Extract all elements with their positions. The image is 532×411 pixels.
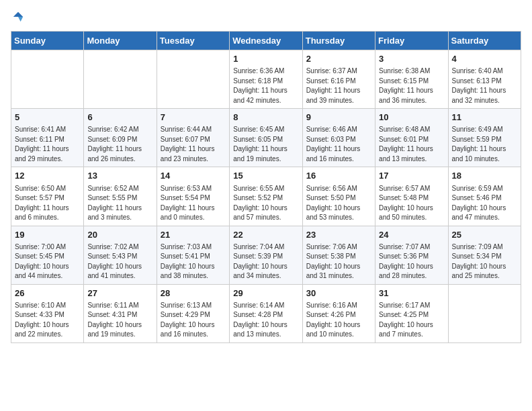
day-number: 10 — [379, 111, 444, 124]
day-info: Sunrise: 6:17 AM Sunset: 4:25 PM Dayligh… — [379, 301, 444, 340]
calendar-day-21: 21Sunrise: 7:03 AM Sunset: 5:41 PM Dayli… — [157, 226, 229, 284]
day-info: Sunrise: 7:06 AM Sunset: 5:38 PM Dayligh… — [306, 242, 371, 281]
calendar-day-31: 31Sunrise: 6:17 AM Sunset: 4:25 PM Dayli… — [375, 284, 448, 342]
svg-marker-1 — [18, 17, 23, 21]
day-number: 6 — [87, 111, 152, 124]
calendar-table: SundayMondayTuesdayWednesdayThursdayFrid… — [11, 31, 521, 343]
day-info: Sunrise: 7:00 AM Sunset: 5:45 PM Dayligh… — [15, 242, 80, 281]
day-info: Sunrise: 6:41 AM Sunset: 6:11 PM Dayligh… — [15, 125, 80, 164]
day-number: 26 — [15, 287, 80, 300]
day-info: Sunrise: 6:16 AM Sunset: 4:26 PM Dayligh… — [306, 301, 371, 340]
day-number: 7 — [161, 111, 226, 124]
day-info: Sunrise: 6:48 AM Sunset: 6:01 PM Dayligh… — [379, 125, 444, 164]
calendar-day-15: 15Sunrise: 6:55 AM Sunset: 5:52 PM Dayli… — [230, 167, 302, 226]
calendar-empty-cell — [448, 284, 521, 342]
day-info: Sunrise: 6:46 AM Sunset: 6:03 PM Dayligh… — [306, 125, 371, 164]
day-number: 11 — [452, 111, 517, 124]
day-number: 8 — [233, 111, 298, 124]
day-info: Sunrise: 6:36 AM Sunset: 6:18 PM Dayligh… — [233, 66, 298, 105]
day-number: 30 — [306, 287, 371, 300]
day-number: 14 — [161, 170, 226, 182]
day-number: 13 — [87, 170, 152, 182]
day-number: 5 — [15, 111, 80, 124]
day-info: Sunrise: 7:07 AM Sunset: 5:36 PM Dayligh… — [379, 242, 444, 281]
calendar-day-9: 9Sunrise: 6:46 AM Sunset: 6:03 PM Daylig… — [302, 109, 375, 167]
calendar-week-row: 5Sunrise: 6:41 AM Sunset: 6:11 PM Daylig… — [11, 109, 521, 167]
calendar-empty-cell — [11, 50, 84, 109]
day-info: Sunrise: 6:59 AM Sunset: 5:46 PM Dayligh… — [452, 184, 517, 223]
calendar-day-30: 30Sunrise: 6:16 AM Sunset: 4:26 PM Dayli… — [302, 284, 375, 342]
day-number: 22 — [233, 229, 298, 241]
day-header-wednesday: Wednesday — [230, 32, 302, 50]
logo-icon — [12, 11, 24, 23]
calendar-week-row: 1Sunrise: 6:36 AM Sunset: 6:18 PM Daylig… — [11, 50, 521, 109]
calendar-day-10: 10Sunrise: 6:48 AM Sunset: 6:01 PM Dayli… — [375, 109, 448, 167]
day-info: Sunrise: 6:14 AM Sunset: 4:28 PM Dayligh… — [233, 301, 298, 340]
calendar-day-8: 8Sunrise: 6:45 AM Sunset: 6:05 PM Daylig… — [230, 109, 302, 167]
day-header-saturday: Saturday — [448, 32, 521, 50]
day-info: Sunrise: 6:57 AM Sunset: 5:48 PM Dayligh… — [379, 184, 444, 223]
day-number: 12 — [15, 170, 80, 182]
calendar-empty-cell — [84, 50, 157, 109]
day-info: Sunrise: 6:10 AM Sunset: 4:33 PM Dayligh… — [15, 301, 80, 340]
calendar-day-25: 25Sunrise: 7:09 AM Sunset: 5:34 PM Dayli… — [448, 226, 521, 284]
calendar-header-row: SundayMondayTuesdayWednesdayThursdayFrid… — [11, 32, 521, 50]
svg-marker-0 — [13, 12, 23, 17]
day-number: 3 — [379, 53, 444, 65]
day-info: Sunrise: 6:49 AM Sunset: 5:59 PM Dayligh… — [452, 125, 517, 164]
day-header-thursday: Thursday — [302, 32, 375, 50]
calendar-day-20: 20Sunrise: 7:02 AM Sunset: 5:43 PM Dayli… — [84, 226, 157, 284]
calendar-body: 1Sunrise: 6:36 AM Sunset: 6:18 PM Daylig… — [11, 50, 521, 343]
day-number: 18 — [452, 170, 517, 182]
day-info: Sunrise: 6:42 AM Sunset: 6:09 PM Dayligh… — [87, 125, 152, 164]
day-number: 23 — [306, 229, 371, 241]
day-number: 24 — [379, 229, 444, 241]
day-number: 31 — [379, 287, 444, 300]
day-number: 29 — [233, 287, 298, 300]
calendar-day-23: 23Sunrise: 7:06 AM Sunset: 5:38 PM Dayli… — [302, 226, 375, 284]
calendar-day-6: 6Sunrise: 6:42 AM Sunset: 6:09 PM Daylig… — [84, 109, 157, 167]
day-info: Sunrise: 7:02 AM Sunset: 5:43 PM Dayligh… — [87, 242, 152, 281]
day-header-friday: Friday — [375, 32, 448, 50]
day-info: Sunrise: 7:09 AM Sunset: 5:34 PM Dayligh… — [452, 242, 517, 281]
day-info: Sunrise: 7:04 AM Sunset: 5:39 PM Dayligh… — [233, 242, 298, 281]
day-number: 9 — [306, 111, 371, 124]
day-info: Sunrise: 6:11 AM Sunset: 4:31 PM Dayligh… — [87, 301, 152, 340]
calendar-day-17: 17Sunrise: 6:57 AM Sunset: 5:48 PM Dayli… — [375, 167, 448, 226]
day-number: 20 — [87, 229, 152, 241]
day-header-tuesday: Tuesday — [157, 32, 229, 50]
day-info: Sunrise: 6:50 AM Sunset: 5:57 PM Dayligh… — [15, 184, 80, 223]
day-info: Sunrise: 6:53 AM Sunset: 5:54 PM Dayligh… — [161, 184, 226, 223]
day-info: Sunrise: 6:44 AM Sunset: 6:07 PM Dayligh… — [161, 125, 226, 164]
calendar-day-18: 18Sunrise: 6:59 AM Sunset: 5:46 PM Dayli… — [448, 167, 521, 226]
day-info: Sunrise: 6:55 AM Sunset: 5:52 PM Dayligh… — [233, 184, 298, 223]
calendar-day-14: 14Sunrise: 6:53 AM Sunset: 5:54 PM Dayli… — [157, 167, 229, 226]
day-info: Sunrise: 6:13 AM Sunset: 4:29 PM Dayligh… — [161, 301, 226, 340]
calendar-day-24: 24Sunrise: 7:07 AM Sunset: 5:36 PM Dayli… — [375, 226, 448, 284]
calendar-day-5: 5Sunrise: 6:41 AM Sunset: 6:11 PM Daylig… — [11, 109, 84, 167]
calendar-day-4: 4Sunrise: 6:40 AM Sunset: 6:13 PM Daylig… — [448, 50, 521, 109]
day-info: Sunrise: 6:45 AM Sunset: 6:05 PM Dayligh… — [233, 125, 298, 164]
calendar-day-11: 11Sunrise: 6:49 AM Sunset: 5:59 PM Dayli… — [448, 109, 521, 167]
day-number: 4 — [452, 53, 517, 65]
day-number: 28 — [161, 287, 226, 300]
day-number: 1 — [233, 53, 298, 65]
calendar-week-row: 26Sunrise: 6:10 AM Sunset: 4:33 PM Dayli… — [11, 284, 521, 342]
calendar-empty-cell — [157, 50, 229, 109]
day-header-sunday: Sunday — [11, 32, 84, 50]
calendar-week-row: 19Sunrise: 7:00 AM Sunset: 5:45 PM Dayli… — [11, 226, 521, 284]
day-number: 21 — [161, 229, 226, 241]
calendar-day-19: 19Sunrise: 7:00 AM Sunset: 5:45 PM Dayli… — [11, 226, 84, 284]
page-header — [11, 11, 521, 23]
day-info: Sunrise: 6:38 AM Sunset: 6:15 PM Dayligh… — [379, 66, 444, 105]
calendar-day-1: 1Sunrise: 6:36 AM Sunset: 6:18 PM Daylig… — [230, 50, 302, 109]
day-info: Sunrise: 7:03 AM Sunset: 5:41 PM Dayligh… — [161, 242, 226, 281]
calendar-day-2: 2Sunrise: 6:37 AM Sunset: 6:16 PM Daylig… — [302, 50, 375, 109]
calendar-day-16: 16Sunrise: 6:56 AM Sunset: 5:50 PM Dayli… — [302, 167, 375, 226]
day-number: 17 — [379, 170, 444, 182]
day-number: 27 — [87, 287, 152, 300]
calendar-day-12: 12Sunrise: 6:50 AM Sunset: 5:57 PM Dayli… — [11, 167, 84, 226]
day-number: 16 — [306, 170, 371, 182]
day-info: Sunrise: 6:40 AM Sunset: 6:13 PM Dayligh… — [452, 66, 517, 105]
day-info: Sunrise: 6:52 AM Sunset: 5:55 PM Dayligh… — [87, 184, 152, 223]
